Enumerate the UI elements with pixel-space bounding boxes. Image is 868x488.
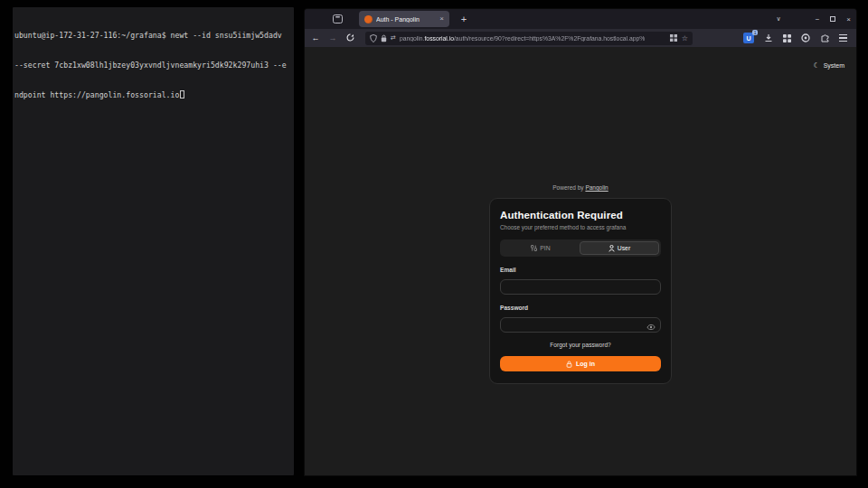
terminal-line: --secret 7cbz1xw08lh1jbzey03yxvndljvneam… bbox=[14, 61, 292, 70]
terminal-line: ndpoint https://pangolin.fossorial.io bbox=[14, 90, 292, 100]
extension-badge: 1 bbox=[752, 30, 758, 35]
card-subtitle: Choose your preferred method to access g… bbox=[500, 224, 661, 230]
maximize-button[interactable] bbox=[830, 16, 835, 22]
password-manager-extension-icon[interactable]: U 1 bbox=[743, 33, 754, 43]
browser-window: Auth - Pangolin × + ∨ − × ← → ⇄ pangolin bbox=[305, 9, 856, 475]
toolbar-extension-icons: U 1 bbox=[743, 30, 847, 46]
desktop: ubuntu@ip-172-31-27-116:~/grafana$ newt … bbox=[0, 0, 868, 488]
card-title: Authentication Required bbox=[500, 210, 661, 221]
password-field[interactable] bbox=[500, 317, 661, 333]
site-info-swap-icon[interactable]: ⇄ bbox=[391, 34, 396, 42]
theme-toggle[interactable]: ☾ System bbox=[813, 61, 844, 70]
tab-title: Auth - Pangolin bbox=[376, 16, 436, 23]
auth-card: Authentication Required Choose your pref… bbox=[489, 198, 672, 384]
forward-button[interactable]: → bbox=[327, 34, 338, 42]
browser-tab-auth-pangolin[interactable]: Auth - Pangolin × bbox=[359, 11, 449, 27]
close-button[interactable]: × bbox=[846, 15, 851, 23]
auth-section: Powered by Pangolin Authentication Requi… bbox=[489, 184, 672, 384]
login-button-label: Log in bbox=[576, 361, 595, 367]
pangolin-favicon-icon bbox=[364, 15, 373, 23]
menu-hamburger-icon[interactable] bbox=[839, 34, 847, 42]
user-icon bbox=[609, 245, 615, 252]
privacy-extension-icon[interactable] bbox=[801, 30, 810, 46]
shield-icon[interactable] bbox=[370, 34, 377, 42]
tab-user[interactable]: User bbox=[580, 241, 659, 255]
email-field[interactable] bbox=[500, 279, 661, 295]
firefox-view-icon[interactable] bbox=[328, 12, 346, 26]
powered-by: Powered by Pangolin bbox=[489, 184, 672, 191]
show-password-eye-icon[interactable] bbox=[646, 318, 656, 334]
minimize-button[interactable]: − bbox=[816, 15, 820, 23]
auth-method-tabs: PIN User bbox=[500, 239, 661, 257]
url-bar[interactable]: ⇄ pangolin.fossorial.io/auth/resource/90… bbox=[365, 32, 693, 45]
url-text: pangolin.fossorial.io/auth/resource/90?r… bbox=[400, 35, 666, 42]
lock-icon[interactable] bbox=[381, 34, 387, 42]
tab-close-icon[interactable]: × bbox=[439, 15, 444, 23]
moon-icon: ☾ bbox=[813, 61, 819, 70]
terminal-line: ubuntu@ip-172-31-27-116:~/grafana$ newt … bbox=[14, 31, 292, 41]
new-tab-button[interactable]: + bbox=[458, 14, 470, 24]
keypad-icon bbox=[531, 245, 537, 251]
login-lock-icon bbox=[566, 361, 572, 368]
containers-grid-icon[interactable] bbox=[670, 34, 677, 42]
browser-tabbar: Auth - Pangolin × + ∨ − × bbox=[305, 9, 856, 29]
login-button[interactable]: Log in bbox=[500, 356, 661, 371]
extensions-puzzle-icon[interactable] bbox=[820, 30, 829, 46]
theme-toggle-label: System bbox=[824, 62, 844, 69]
tab-pin[interactable]: PIN bbox=[502, 241, 580, 255]
bookmark-star-icon[interactable]: ☆ bbox=[682, 34, 688, 42]
list-tabs-icon[interactable]: ∨ bbox=[777, 15, 781, 23]
tab-user-label: User bbox=[618, 245, 630, 251]
email-label: Email bbox=[500, 267, 661, 273]
refresh-button[interactable] bbox=[344, 33, 355, 43]
browser-toolbar: ← → ⇄ pangolin.fossorial.io/auth/resourc… bbox=[305, 29, 856, 47]
page-content: ☾ System Powered by Pangolin Authenticat… bbox=[305, 47, 856, 475]
password-label: Password bbox=[500, 305, 661, 311]
terminal-cursor bbox=[180, 90, 184, 99]
pangolin-link[interactable]: Pangolin bbox=[585, 184, 608, 191]
terminal-window[interactable]: ubuntu@ip-172-31-27-116:~/grafana$ newt … bbox=[13, 7, 294, 475]
downloads-icon[interactable] bbox=[764, 30, 773, 46]
window-controls: ∨ − × bbox=[777, 9, 851, 29]
forgot-password-link[interactable]: Forgot your password? bbox=[500, 342, 661, 348]
tab-pin-label: PIN bbox=[540, 245, 550, 251]
account-services-grid-icon[interactable] bbox=[783, 30, 791, 46]
back-button[interactable]: ← bbox=[310, 34, 321, 42]
